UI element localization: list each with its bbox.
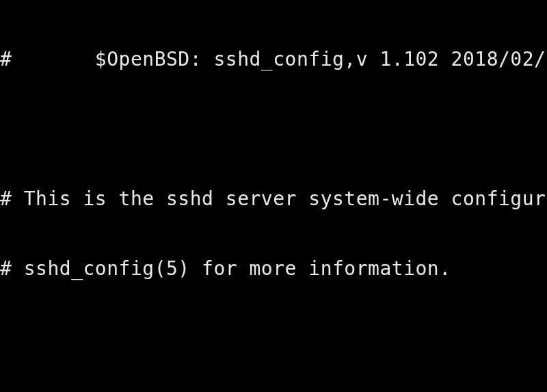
config-line: # This is the sshd server system-wide co… [0,187,547,211]
config-line [0,327,547,350]
config-line: # sshd_config(5) for more information. [0,257,547,280]
config-line: # $OpenBSD: sshd_config,v 1.102 2018/02/… [0,48,547,71]
config-line [0,118,547,141]
terminal-editor[interactable]: # $OpenBSD: sshd_config,v 1.102 2018/02/… [0,1,547,392]
